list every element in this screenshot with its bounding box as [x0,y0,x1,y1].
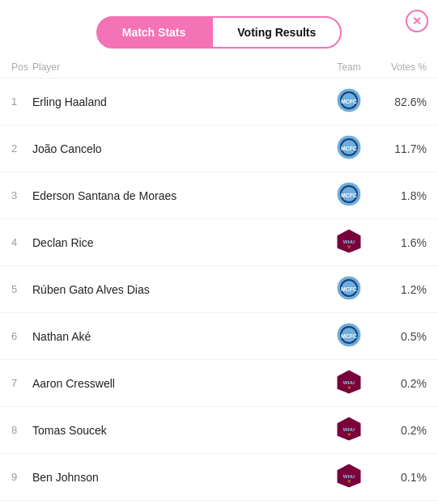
row-pos: 10 [0,501,32,505]
row-team-badge: MCFC [317,78,381,125]
svg-text:MCFC: MCFC [341,99,357,104]
row-pos: 5 [0,266,32,313]
svg-text:MCFC: MCFC [341,193,357,198]
row-team-badge: MCFC [317,313,381,360]
row-pos: 4 [0,219,32,266]
row-pos: 8 [0,407,32,454]
row-pos: 6 [0,313,32,360]
tab-voting-results[interactable]: Voting Results [211,16,342,49]
table-row: 9 Ben Johnson WHU ⚒ 0.1% [0,454,438,501]
table-row: 6 Nathan Aké MCFC 0.5% [0,313,438,360]
close-icon: ✕ [412,15,422,28]
row-player: Tomas Soucek [32,407,317,454]
row-player: Ederson Santana de Moraes [32,172,317,219]
row-player: Nathan Aké [32,313,317,360]
tab-bar: Match Stats Voting Results [0,16,438,49]
row-votes: 11.7% [381,125,438,172]
table-row: 3 Ederson Santana de Moraes MCFC 1.8% [0,172,438,219]
col-header-pos: Pos [0,57,32,78]
table-row: 8 Tomas Soucek WHU ⚒ 0.2% [0,407,438,454]
tab-match-stats[interactable]: Match Stats [96,16,212,49]
row-pos: 3 [0,172,32,219]
row-team-badge: MCFC [317,266,381,313]
close-button[interactable]: ✕ [406,10,428,32]
row-pos: 1 [0,78,32,125]
col-header-player: Player [32,57,317,78]
row-team-badge: WHU ⚒ [317,454,381,501]
row-pos: 7 [0,360,32,407]
row-player: Erling Haaland [32,78,317,125]
voting-table: Pos Player Team Votes % 1 Erling Haaland… [0,57,438,504]
row-player: Rúben Gato Alves Dias [32,266,317,313]
col-header-team: Team [317,57,381,78]
row-player: Declan Rice [32,219,317,266]
row-team-badge: WHU ⚒ [317,360,381,407]
row-votes: 0.1% [381,501,438,505]
row-votes: 1.8% [381,172,438,219]
col-header-votes: Votes % [381,57,438,78]
svg-text:MCFC: MCFC [341,146,357,151]
table-row: 5 Rúben Gato Alves Dias MCFC 1.2% [0,266,438,313]
row-pos: 2 [0,125,32,172]
row-team-badge: MCFC [317,125,381,172]
row-player: Ben Johnson [32,454,317,501]
row-votes: 1.2% [381,266,438,313]
row-team-badge: WHU ⚒ [317,407,381,454]
row-team-badge: WHU ⚒ [317,501,381,505]
row-team-badge: WHU ⚒ [317,219,381,266]
table-row: 4 Declan Rice WHU ⚒ 1.6% [0,219,438,266]
row-votes: 0.2% [381,407,438,454]
row-votes: 0.1% [381,454,438,501]
row-votes: 82.6% [381,78,438,125]
row-votes: 0.5% [381,313,438,360]
svg-text:MCFC: MCFC [341,286,357,292]
svg-text:MCFC: MCFC [341,333,357,339]
row-player: Aaron Cresswell [32,360,317,407]
row-player: João Cancelo [32,125,317,172]
row-player: Pablo Fornals Malla [32,501,317,505]
table-row: 7 Aaron Cresswell WHU ⚒ 0.2% [0,360,438,407]
row-pos: 9 [0,454,32,501]
table-row: 2 João Cancelo MCFC 11.7% [0,125,438,172]
table-row: 1 Erling Haaland MCFC 82.6% [0,78,438,125]
row-team-badge: MCFC [317,172,381,219]
row-votes: 1.6% [381,219,438,266]
row-votes: 0.2% [381,360,438,407]
table-row: 10 Pablo Fornals Malla WHU ⚒ 0.1% [0,501,438,505]
